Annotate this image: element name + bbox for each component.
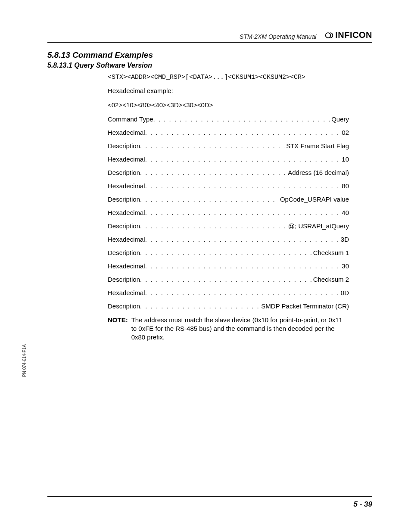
kv-value: 10 [340, 156, 349, 163]
kv-dots: . . . . . . . . . . . . . . . . . . . . … [145, 289, 339, 296]
kv-key: Description [108, 222, 140, 230]
kv-key: Hexadecimal [108, 209, 145, 216]
section-heading: 5.8.13 Command Examples [47, 50, 372, 60]
kv-row: Hexadecimal . . . . . . . . . . . . . . … [108, 289, 349, 296]
kv-dots: . . . . . . . . . . . . . . . . . . . . … [140, 142, 284, 149]
part-number: PN 074-614-P1A [22, 344, 27, 377]
kv-value: 40 [340, 209, 349, 216]
kv-dots: . . . . . . . . . . . . . . . . . . . . … [145, 262, 340, 270]
kv-row: Description . . . . . . . . . . . . . . … [108, 169, 349, 176]
manual-title: STM-2XM Operating Manual [47, 33, 325, 40]
kv-value: OpCode_USRAPI value [278, 196, 349, 203]
kv-value: 30 [340, 262, 349, 270]
kv-value: Checksum 2 [311, 276, 349, 283]
kv-dots: . . . . . . . . . . . . . . . . . . . . … [145, 182, 340, 190]
kv-key: Description [108, 276, 140, 283]
kv-value: Address (16 decimal) [286, 169, 349, 176]
kv-dots: . . . . . . . . . . . . . . . . . . . . … [140, 196, 278, 203]
kv-row: Hexadecimal . . . . . . . . . . . . . . … [108, 236, 349, 243]
kv-dots: . . . . . . . . . . . . . . . . . . . . … [153, 115, 330, 123]
kv-key: Hexadecimal [108, 236, 145, 243]
kv-dots: . . . . . . . . . . . . . . . . . . . . … [140, 169, 286, 176]
kv-key: Hexadecimal [108, 129, 145, 136]
kv-row: Hexadecimal . . . . . . . . . . . . . . … [108, 182, 349, 190]
kv-dots: . . . . . . . . . . . . . . . . . . . . … [140, 276, 311, 283]
kv-list: Command Type . . . . . . . . . . . . . .… [108, 115, 349, 310]
kv-dots: . . . . . . . . . . . . . . . . . . . . … [140, 302, 259, 310]
kv-key: Description [108, 302, 140, 310]
kv-row: Description . . . . . . . . . . . . . . … [108, 302, 349, 310]
kv-row: Hexadecimal . . . . . . . . . . . . . . … [108, 129, 349, 136]
kv-value: SMDP Packet Terminator (CR) [259, 302, 349, 310]
kv-dots: . . . . . . . . . . . . . . . . . . . . … [145, 236, 339, 243]
subsection-heading: 5.8.13.1 Query Software Version [47, 62, 372, 69]
brand-name: INFICON [335, 30, 372, 40]
kv-key: Hexadecimal [108, 156, 145, 163]
kv-value: 02 [340, 129, 349, 136]
kv-dots: . . . . . . . . . . . . . . . . . . . . … [140, 222, 286, 230]
note-text: The address must match the slave device … [131, 316, 349, 342]
page-header: STM-2XM Operating Manual INFICON [47, 30, 372, 43]
hex-example: <02><10><80><40><3D><30><0D> [108, 101, 349, 109]
kv-row: Description . . . . . . . . . . . . . . … [108, 222, 349, 230]
kv-dots: . . . . . . . . . . . . . . . . . . . . … [145, 209, 340, 216]
kv-row: Command Type . . . . . . . . . . . . . .… [108, 115, 349, 123]
brand-logo: INFICON [325, 30, 372, 40]
kv-row: Description . . . . . . . . . . . . . . … [108, 142, 349, 149]
note-block: NOTE: The address must match the slave d… [108, 316, 349, 342]
kv-key: Hexadecimal [108, 182, 145, 190]
kv-row: Description . . . . . . . . . . . . . . … [108, 249, 349, 256]
kv-value: 80 [340, 182, 349, 190]
kv-key: Description [108, 142, 140, 149]
kv-key: Description [108, 169, 140, 176]
hex-example-label: Hexadecimal example: [108, 87, 349, 95]
format-line: <STX><ADDR><CMD_RSP>[<DATA>...]<CKSUM1><… [108, 74, 349, 81]
kv-key: Hexadecimal [108, 262, 145, 270]
page: STM-2XM Operating Manual INFICON 5.8.13 … [0, 0, 411, 532]
kv-key: Description [108, 249, 140, 256]
body-content: <STX><ADDR><CMD_RSP>[<DATA>...]<CKSUM1><… [108, 74, 349, 342]
kv-value: @; USRAPI_atQuery [286, 222, 349, 230]
kv-value: Checksum 1 [311, 249, 349, 256]
kv-dots: . . . . . . . . . . . . . . . . . . . . … [145, 156, 340, 163]
kv-value: STX Frame Start Flag [284, 142, 349, 149]
kv-key: Description [108, 196, 140, 203]
kv-key: Command Type [108, 115, 153, 123]
page-number: 5 - 39 [354, 500, 372, 508]
kv-key: Hexadecimal [108, 289, 145, 296]
kv-row: Description . . . . . . . . . . . . . . … [108, 196, 349, 203]
kv-dots: . . . . . . . . . . . . . . . . . . . . … [140, 249, 311, 256]
kv-row: Description . . . . . . . . . . . . . . … [108, 276, 349, 283]
logo-icon [325, 31, 333, 40]
kv-row: Hexadecimal . . . . . . . . . . . . . . … [108, 262, 349, 270]
note-label: NOTE: [108, 316, 128, 342]
kv-row: Hexadecimal . . . . . . . . . . . . . . … [108, 156, 349, 163]
kv-row: Hexadecimal . . . . . . . . . . . . . . … [108, 209, 349, 216]
page-footer: 5 - 39 [47, 496, 372, 509]
kv-value: Query [330, 115, 349, 123]
kv-value: 3D [339, 236, 349, 243]
kv-value: 0D [339, 289, 349, 296]
kv-dots: . . . . . . . . . . . . . . . . . . . . … [145, 129, 340, 136]
svg-point-0 [326, 33, 331, 38]
